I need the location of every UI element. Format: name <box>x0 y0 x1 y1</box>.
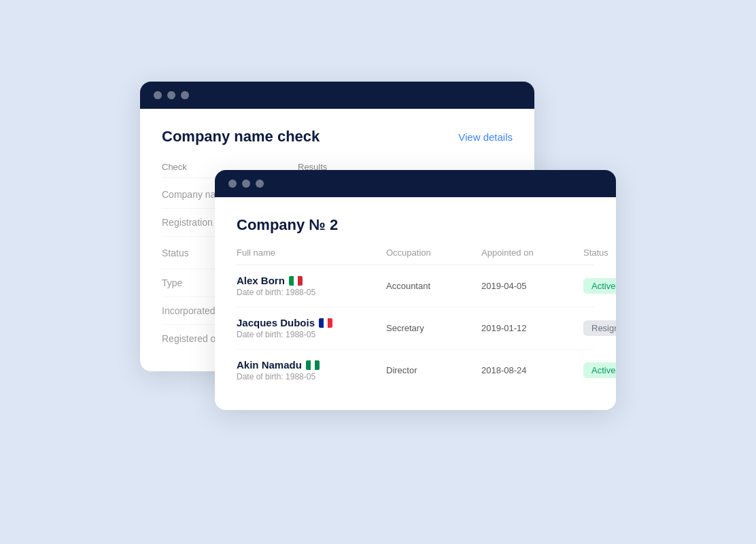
view-details-link[interactable]: View details <box>458 131 513 143</box>
name-text: Akin Namadu <box>237 359 302 371</box>
person-row: Alex Born Date of birth: 1988-05 Account… <box>237 265 594 307</box>
dot-3 <box>181 91 189 99</box>
card2-body: Company № 2 Full name Occupation Appoint… <box>215 197 616 410</box>
flag-italy-icon <box>289 276 303 286</box>
cards-container: Company name check View details Check Re… <box>140 82 616 462</box>
flag-nigeria-icon <box>306 360 320 370</box>
col-appointed-header: Appointed on <box>481 248 583 258</box>
dot-2 <box>167 91 175 99</box>
person-occupation: Accountant <box>386 281 481 291</box>
dot-1 <box>154 91 162 99</box>
person-row: Akin Namadu Date of birth: 1988-05 Direc… <box>237 350 594 391</box>
person-dob: Date of birth: 1988-05 <box>237 288 386 297</box>
card1-titlebar <box>140 82 534 109</box>
card-company-2: Company № 2 Full name Occupation Appoint… <box>215 170 616 410</box>
person-appointed-date: 2019-04-05 <box>481 281 583 291</box>
person-occupation: Director <box>386 365 481 375</box>
col-occupation-header: Occupation <box>386 248 481 258</box>
person-name: Akin Namadu <box>237 359 386 371</box>
person-name: Alex Born <box>237 275 386 286</box>
card1-title: Company name check <box>162 128 320 146</box>
person-name-cell: Akin Namadu Date of birth: 1988-05 <box>237 359 386 381</box>
person-appointed-date: 2019-01-12 <box>481 323 583 333</box>
card2-titlebar <box>215 170 616 197</box>
person-main-row: Alex Born Date of birth: 1988-05 Account… <box>237 275 594 297</box>
person-row: Jacques Dubois Date of birth: 1988-05 Se… <box>237 307 594 350</box>
col-status-header: Status <box>583 248 616 258</box>
name-text: Jacques Dubois <box>237 317 315 328</box>
card2-title: Company № 2 <box>237 216 594 234</box>
person-name: Jacques Dubois <box>237 317 386 328</box>
people-table-header: Full name Occupation Appointed on Status <box>237 248 594 265</box>
person-status: Resigned <box>583 320 616 336</box>
person-status: Active <box>583 362 616 378</box>
person-name-cell: Alex Born Date of birth: 1988-05 <box>237 275 386 297</box>
person-main-row: Jacques Dubois Date of birth: 1988-05 Se… <box>237 317 594 339</box>
card1-header: Company name check View details <box>162 128 513 146</box>
person-occupation: Secretary <box>386 323 481 333</box>
active-badge: Active <box>583 278 616 294</box>
active-badge: Active <box>583 362 616 378</box>
col-fullname-header: Full name <box>237 248 386 258</box>
person-main-row: Akin Namadu Date of birth: 1988-05 Direc… <box>237 359 594 381</box>
person-dob: Date of birth: 1988-05 <box>237 372 386 381</box>
dot-3 <box>256 180 264 188</box>
person-dob: Date of birth: 1988-05 <box>237 330 386 339</box>
dot-1 <box>228 180 237 188</box>
flag-france-icon <box>319 318 332 328</box>
person-status: Active <box>583 278 616 294</box>
person-name-cell: Jacques Dubois Date of birth: 1988-05 <box>237 317 386 339</box>
resigned-badge: Resigned <box>583 320 616 336</box>
person-appointed-date: 2018-08-24 <box>481 365 583 375</box>
dot-2 <box>242 180 250 188</box>
name-text: Alex Born <box>237 275 285 286</box>
